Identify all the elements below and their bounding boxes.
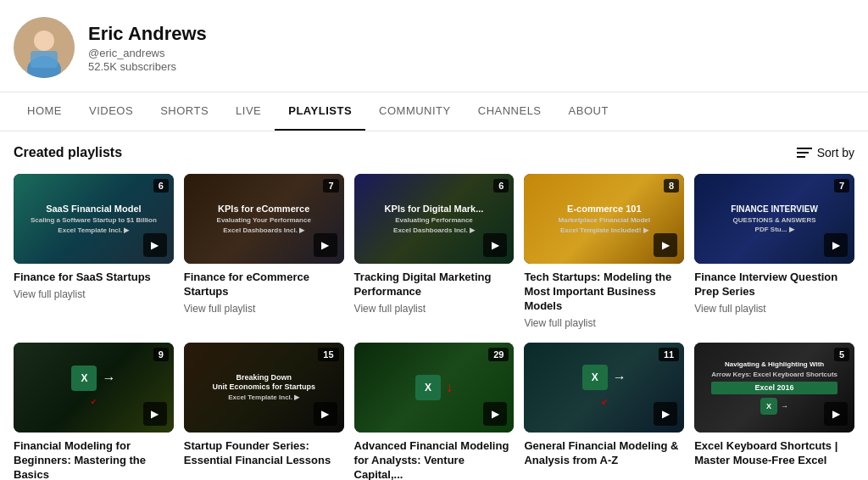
view-playlist-link[interactable]: View full playlist bbox=[694, 303, 854, 315]
playlist-card-fin-modeling[interactable]: X → ↙ 9 ▶ Financial Modeling for Beginne… bbox=[14, 343, 174, 480]
nav-shorts[interactable]: SHORTS bbox=[147, 92, 222, 131]
excel-icon-small: X bbox=[760, 398, 777, 415]
thumbnail-fin-modeling: X → ↙ 9 ▶ bbox=[14, 343, 174, 433]
section-title: Created playlists bbox=[14, 145, 122, 160]
playlist-card-excel-kb[interactable]: Navigating & Highlighting With Arrow Key… bbox=[694, 343, 854, 480]
count-badge: 6 bbox=[153, 179, 169, 193]
sort-icon bbox=[797, 148, 812, 158]
count-badge: 15 bbox=[318, 348, 338, 361]
play-icon: ▶ bbox=[483, 233, 507, 257]
play-icon: ▶ bbox=[314, 233, 337, 257]
count-badge: 11 bbox=[659, 348, 679, 361]
excel-icon: X bbox=[582, 365, 608, 390]
play-icon: ▶ bbox=[824, 233, 848, 257]
nav-about[interactable]: ABOUT bbox=[555, 92, 622, 131]
thumbnail-advanced: X ↓ 29 ▶ bbox=[354, 343, 515, 433]
nav-playlists[interactable]: PLAYLISTS bbox=[275, 92, 365, 131]
card-title: Tech Startups: Modeling the Most Importa… bbox=[524, 271, 684, 314]
count-badge: 7 bbox=[323, 179, 338, 193]
channel-avatar bbox=[14, 17, 75, 78]
channel-nav: HOME VIDEOS SHORTS LIVE PLAYLISTS COMMUN… bbox=[0, 92, 868, 131]
playlist-card-tracking[interactable]: KPIs for Digital Mark... Evaluating Perf… bbox=[354, 174, 515, 329]
view-playlist-link[interactable]: View full playlist bbox=[524, 317, 684, 329]
playlist-card-finance-saas[interactable]: SaaS Financial Model Scaling a Software … bbox=[14, 174, 174, 329]
card-title: General Financial Modeling & Analysis fr… bbox=[524, 439, 684, 468]
count-badge: 5 bbox=[834, 348, 849, 361]
playlist-grid: SaaS Financial Model Scaling a Software … bbox=[14, 174, 854, 480]
thumbnail-finance-interview: FINANCE INTERVIEW QUESTIONS & ANSWERS PD… bbox=[694, 174, 854, 264]
count-badge: 7 bbox=[834, 179, 849, 193]
playlist-card-finance-ecom[interactable]: KPIs for eCommerce Evaluating Your Perfo… bbox=[184, 174, 344, 329]
card-title: Advanced Financial Modeling for Analysts… bbox=[354, 439, 515, 480]
card-title: Financial Modeling for Beginners: Master… bbox=[14, 439, 174, 480]
card-title: Finance for eCommerce Startups bbox=[184, 271, 344, 299]
play-icon: ▶ bbox=[143, 233, 167, 257]
play-icon: ▶ bbox=[143, 402, 167, 426]
nav-live[interactable]: LIVE bbox=[222, 92, 275, 131]
card-title: Startup Founder Series: Essential Financ… bbox=[184, 439, 344, 468]
play-icon: ▶ bbox=[824, 402, 848, 426]
play-icon: ▶ bbox=[654, 233, 677, 257]
arrow-icon: → bbox=[102, 371, 115, 386]
count-badge: 29 bbox=[488, 348, 509, 361]
svg-point-1 bbox=[34, 31, 54, 51]
playlist-card-general[interactable]: X → ↙ 11 ▶ General Financial Modeling & … bbox=[524, 343, 684, 480]
section-header: Created playlists Sort by bbox=[14, 145, 854, 160]
playlist-card-advanced[interactable]: X ↓ 29 ▶ Advanced Financial Modeling for… bbox=[354, 343, 515, 480]
nav-community[interactable]: COMMUNITY bbox=[365, 92, 465, 131]
arrow-icon: → bbox=[613, 370, 626, 385]
thumbnail-excel-kb: Navigating & Highlighting With Arrow Key… bbox=[694, 343, 854, 433]
playlist-card-startup[interactable]: Breaking Down Unit Economics for Startup… bbox=[184, 343, 344, 480]
avatar-image bbox=[14, 17, 75, 78]
card-title: Tracking Digital Marketing Performance bbox=[354, 271, 515, 299]
card-title: Finance Interview Question Prep Series bbox=[694, 271, 854, 299]
thumbnail-tracking: KPIs for Digital Mark... Evaluating Perf… bbox=[354, 174, 515, 264]
view-playlist-link[interactable]: View full playlist bbox=[354, 303, 515, 315]
subscriber-count: 52.5K subscribers bbox=[88, 60, 207, 73]
card-title: Excel Keyboard Shortcuts | Master Mouse-… bbox=[694, 439, 854, 468]
count-badge: 9 bbox=[153, 348, 169, 361]
red-arrow-icon: ↓ bbox=[446, 380, 453, 395]
thumbnail-tech: E-commerce 101 Marketplace Financial Mod… bbox=[524, 174, 684, 264]
nav-home[interactable]: HOME bbox=[14, 92, 75, 131]
thumbnail-finance-saas: SaaS Financial Model Scaling a Software … bbox=[14, 174, 174, 264]
channel-name: Eric Andrews bbox=[88, 23, 207, 45]
play-icon: ▶ bbox=[314, 402, 337, 426]
view-playlist-link[interactable]: View full playlist bbox=[14, 288, 174, 300]
thumbnail-general: X → ↙ 11 ▶ bbox=[524, 343, 684, 433]
playlist-card-finance-interview[interactable]: FINANCE INTERVIEW QUESTIONS & ANSWERS PD… bbox=[694, 174, 854, 329]
excel-icon: X bbox=[415, 375, 441, 400]
thumbnail-startup: Breaking Down Unit Economics for Startup… bbox=[184, 343, 344, 433]
playlists-content: Created playlists Sort by SaaS Financial… bbox=[0, 131, 868, 480]
channel-info: Eric Andrews @eric_andrews 52.5K subscri… bbox=[88, 23, 207, 73]
sort-label: Sort by bbox=[817, 146, 854, 159]
excel-icon: X bbox=[71, 366, 97, 391]
count-badge: 8 bbox=[664, 179, 679, 193]
card-title: Finance for SaaS Startups bbox=[14, 271, 174, 285]
channel-handle: @eric_andrews bbox=[88, 47, 207, 59]
play-icon: ▶ bbox=[654, 402, 677, 426]
view-playlist-link[interactable]: View full playlist bbox=[184, 303, 344, 315]
thumbnail-finance-ecom: KPIs for eCommerce Evaluating Your Perfo… bbox=[184, 174, 344, 264]
play-icon: ▶ bbox=[483, 402, 507, 426]
svg-rect-3 bbox=[31, 51, 58, 68]
sort-button[interactable]: Sort by bbox=[797, 146, 854, 159]
playlist-card-tech[interactable]: E-commerce 101 Marketplace Financial Mod… bbox=[524, 174, 684, 329]
nav-videos[interactable]: VIDEOS bbox=[75, 92, 147, 131]
count-badge: 6 bbox=[493, 179, 509, 193]
channel-header: Eric Andrews @eric_andrews 52.5K subscri… bbox=[0, 0, 868, 92]
nav-channels[interactable]: CHANNELS bbox=[465, 92, 555, 131]
